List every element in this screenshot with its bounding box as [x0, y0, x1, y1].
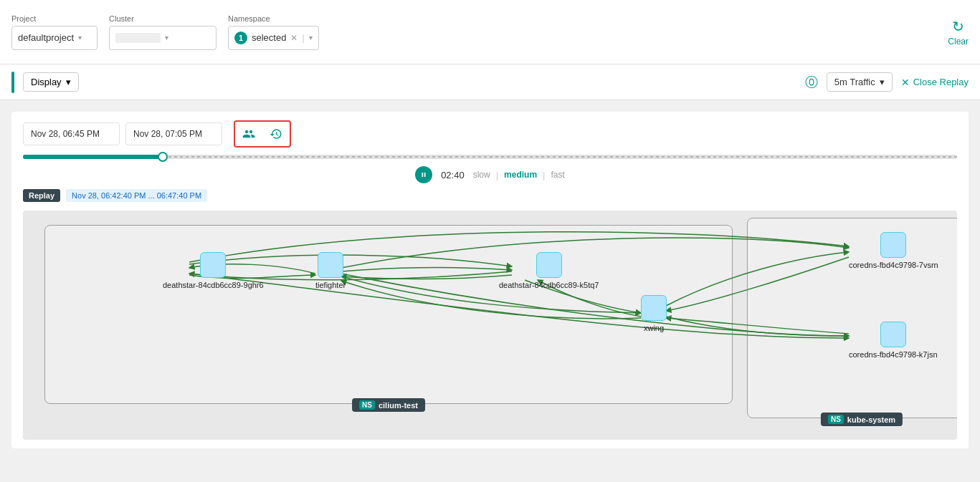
namespace-select[interactable]: 1 selected ✕ | ▾	[228, 26, 319, 50]
replay-tag-row: Replay Nov 28, 06:42:40 PM ... 06:47:40 …	[23, 189, 957, 202]
help-icon[interactable]: ⓪	[805, 74, 818, 91]
cluster-chevron-icon: ▾	[165, 34, 210, 42]
node-label-coredns-k7jsn: coredns-fbd4c9798-k7jsn	[849, 350, 938, 359]
speed-slow-label[interactable]: slow	[473, 170, 490, 180]
speed-separator-2: |	[543, 170, 545, 180]
replay-history-button[interactable]	[264, 123, 288, 145]
node-label-tiefighter: tiefighter	[315, 281, 346, 289]
speed-separator-1: |	[496, 170, 498, 180]
node-coredns-k7jsn[interactable]: coredns-fbd4c9798-k7jsn	[849, 322, 938, 359]
namespace-clear-icon[interactable]: ✕	[290, 33, 298, 43]
progress-thumb	[158, 152, 168, 162]
clear-label: Clear	[948, 37, 969, 47]
cluster-label: Cluster	[109, 14, 217, 23]
top-bar: Project defaultproject ▾ Cluster ▾ Names…	[0, 0, 980, 64]
cluster-value	[115, 33, 161, 43]
namespace-box-cilium-test: NS cilium-test	[44, 225, 733, 404]
replay-controls	[234, 120, 291, 148]
project-chevron-icon: ▾	[78, 34, 91, 42]
replay-badge: Replay	[23, 189, 60, 202]
node-label-deathstar-main: deathstar-84cdb6cc89-9ghr6	[163, 281, 264, 289]
cluster-select[interactable]: ▾	[109, 26, 217, 50]
namespace-selected-text: selected	[252, 32, 286, 43]
node-xwing[interactable]: xwing	[641, 295, 667, 332]
clear-button[interactable]: ↻ Clear	[948, 18, 969, 47]
main-content: 02:40 slow | medium | fast Replay Nov 28…	[0, 100, 980, 482]
display-chevron-icon: ▾	[66, 77, 71, 87]
replay-time-range: Nov 28, 06:42:40 PM ... 06:47:40 PM	[66, 189, 207, 202]
node-tiefighter[interactable]: tiefighter	[315, 252, 346, 289]
speed-medium-label[interactable]: medium	[504, 170, 537, 180]
project-filter-group: Project defaultproject ▾	[11, 14, 97, 50]
node-label-coredns-7vsrn: coredns-fbd4c9798-7vsrn	[849, 261, 938, 269]
playback-row: 02:40 slow | medium | fast	[23, 166, 957, 183]
toolbar-accent	[11, 72, 14, 93]
display-button[interactable]: Display ▾	[23, 72, 79, 92]
ns-badge-cilium: NS	[359, 400, 375, 410]
start-time-input[interactable]	[23, 122, 120, 145]
node-box-deathstar-k5tq7	[536, 252, 562, 278]
project-value: defaultproject	[18, 32, 74, 43]
close-replay-x-icon: ✕	[901, 77, 910, 88]
node-box-coredns-k7jsn	[880, 322, 906, 347]
timeline-row	[23, 120, 957, 148]
progress-fill	[23, 155, 163, 159]
node-deathstar-k5tq7[interactable]: deathstar-84cdb6cc89-k5tq7	[499, 252, 599, 289]
namespace-label-kube-system: NS kube-system	[821, 413, 903, 426]
display-label: Display	[31, 77, 62, 87]
current-time-display: 02:40	[441, 170, 465, 180]
refresh-icon: ↻	[952, 18, 964, 35]
namespace-divider: |	[302, 32, 304, 43]
speed-fast-label[interactable]: fast	[551, 170, 565, 180]
close-replay-button[interactable]: ✕ Close Replay	[901, 77, 969, 88]
node-box-tiefighter	[318, 252, 343, 278]
graph-area: NS cilium-test NS kube-system	[23, 211, 957, 440]
node-box-coredns-7vsrn	[880, 232, 906, 258]
close-replay-label: Close Replay	[913, 77, 969, 87]
people-button[interactable]	[237, 123, 261, 145]
ns-badge-kube: NS	[828, 415, 844, 424]
node-coredns-7vsrn[interactable]: coredns-fbd4c9798-7vsrn	[849, 232, 938, 269]
node-box-xwing	[641, 295, 667, 321]
cluster-filter-group: Cluster ▾	[109, 14, 217, 50]
progress-remaining	[163, 156, 957, 158]
ns-name-kube: kube-system	[847, 415, 895, 424]
ns-name-cilium: cilium-test	[379, 401, 418, 410]
namespace-chevron-icon: ▾	[309, 34, 313, 42]
namespace-count-badge: 1	[234, 32, 247, 44]
node-box-deathstar-main	[200, 252, 226, 278]
namespace-filter-group: Namespace 1 selected ✕ | ▾	[228, 14, 319, 50]
pause-button[interactable]	[415, 166, 432, 183]
traffic-label: 5m Traffic	[834, 77, 875, 87]
traffic-select[interactable]: 5m Traffic ▾	[827, 72, 893, 92]
toolbar: Display ▾ ⓪ 5m Traffic ▾ ✕ Close Replay	[0, 64, 980, 100]
timeline-section: 02:40 slow | medium | fast Replay Nov 28…	[11, 112, 969, 448]
namespace-label-cilium-test: NS cilium-test	[352, 398, 425, 412]
progress-bar[interactable]	[23, 155, 957, 159]
traffic-chevron-icon: ▾	[880, 77, 885, 87]
end-time-input[interactable]	[125, 122, 222, 145]
node-label-deathstar-k5tq7: deathstar-84cdb6cc89-k5tq7	[499, 281, 599, 289]
node-label-xwing: xwing	[644, 324, 664, 332]
project-select[interactable]: defaultproject ▾	[11, 26, 97, 50]
project-label: Project	[11, 14, 97, 23]
toolbar-right: ⓪ 5m Traffic ▾ ✕ Close Replay	[805, 72, 969, 92]
namespace-label: Namespace	[228, 14, 319, 23]
node-deathstar-main[interactable]: deathstar-84cdb6cc89-9ghr6	[163, 252, 264, 289]
